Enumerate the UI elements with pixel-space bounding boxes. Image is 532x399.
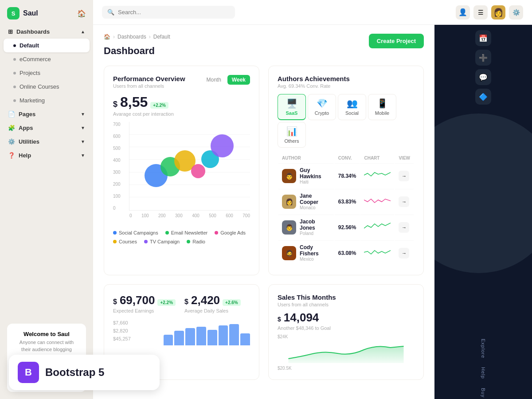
sales-title: Sales This Months <box>278 293 415 301</box>
bar <box>207 330 217 345</box>
chevron-down-icon: ▼ <box>81 112 85 117</box>
earnings-label: Expected Earnings <box>113 308 176 313</box>
sidebar-item-pages[interactable]: 📄 Pages ▼ <box>4 107 90 121</box>
author-avatar: 👨 <box>282 169 296 183</box>
tab-crypto[interactable]: 💎 Crypto <box>308 94 336 120</box>
explore-label[interactable]: Explore <box>481 339 486 358</box>
tab-month[interactable]: Month <box>202 75 226 85</box>
bubble-chart: 0100200300400500600700 <box>129 122 250 211</box>
create-project-button[interactable]: Create Project <box>369 34 424 48</box>
topbar-avatar-small[interactable]: 👤 <box>456 5 470 20</box>
sales-chart-area: $24K $20.5K <box>278 334 415 371</box>
col-view: VIEW <box>395 154 414 162</box>
sidebar-item-help[interactable]: ❓ Help ▼ <box>4 149 90 162</box>
authors-table: AUTHOR CONV. CHART VIEW � <box>278 153 415 266</box>
legend-social: Social Campaigns <box>113 230 158 235</box>
author-row: 👩 Jane Cooper Monaco 63.83% <box>278 189 414 214</box>
topbar-menu-icon[interactable]: ☰ <box>473 5 488 20</box>
bar <box>196 327 206 345</box>
bubble-radio <box>211 134 234 157</box>
nav-dot <box>13 58 16 61</box>
chevron-up-icon: ▲ <box>81 29 85 34</box>
author-info: 👨 Guy Hawkins Haiti <box>282 167 330 184</box>
tab-saas[interactable]: 🖥️ SaaS <box>278 94 306 120</box>
bar <box>240 333 250 345</box>
others-icon: 📊 <box>286 126 297 137</box>
rp-add-icon[interactable]: ➕ <box>475 50 491 66</box>
performance-card: Performance Overview Users from all chan… <box>104 66 259 275</box>
mini-chart-3 <box>364 221 391 232</box>
bar <box>164 335 173 345</box>
sales-month-card: Sales This Months Users from all channel… <box>268 284 424 380</box>
dashboard-grid: Performance Overview Users from all chan… <box>104 66 424 275</box>
search-bar[interactable]: 🔍 <box>102 6 235 19</box>
tab-mobile[interactable]: 📱 Mobile <box>368 94 396 120</box>
authors-title: Authors Achievements <box>278 75 350 82</box>
bar <box>229 324 239 345</box>
right-panel: 📅 ➕ 💬 🔷 Explore Help Buy now <box>434 25 532 399</box>
rp-chat-icon[interactable]: 💬 <box>475 69 491 85</box>
breadcrumb-dashboards[interactable]: Dashboards <box>117 34 146 40</box>
bar <box>219 325 228 345</box>
search-icon: 🔍 <box>107 9 114 16</box>
view-button-1[interactable]: → <box>399 171 409 181</box>
nav-dot <box>13 72 16 74</box>
tab-others[interactable]: 📊 Others <box>278 122 306 148</box>
chevron-down-icon: ▼ <box>81 139 85 144</box>
view-button-2[interactable]: → <box>399 196 409 207</box>
content-area: 🏠 › Dashboards › Default Dashboard Creat… <box>93 25 532 399</box>
legend-dot-google <box>215 231 218 235</box>
bubble-google <box>191 164 205 178</box>
legend-courses: Courses <box>113 239 137 244</box>
sidebar-item-online-courses[interactable]: Online Courses <box>4 80 90 94</box>
help-label[interactable]: Help <box>481 367 486 379</box>
sidebar-item-dashboards[interactable]: ⊞ Dashboards ▲ <box>4 25 90 39</box>
earnings-stat: $ 69,700 +2.2% Expected Earnings <box>113 293 176 313</box>
rp-code-icon[interactable]: 🔷 <box>475 89 491 105</box>
topbar-right: 👤 ☰ 👩 ⚙️ <box>456 5 523 20</box>
sidebar-item-ecommerce[interactable]: eCommerce <box>4 52 90 66</box>
breadcrumb: 🏠 › Dashboards › Default <box>104 34 170 40</box>
sales-value: $ 14,094 <box>278 311 415 325</box>
search-input[interactable] <box>118 9 230 16</box>
saas-icon: 🖥️ <box>286 98 297 109</box>
daily-sales-badge: +2.6% <box>223 299 241 306</box>
buy-now-label[interactable]: Buy now <box>481 388 486 399</box>
col-conv: CONV. <box>335 154 360 162</box>
performance-value: $ 8,55 +2.2% <box>113 94 250 110</box>
daily-sales-label: Average Daily Sales <box>184 308 241 313</box>
view-button-4[interactable]: → <box>399 248 409 258</box>
tab-social[interactable]: 👥 Social <box>338 94 366 120</box>
sidebar-item-utilities[interactable]: ⚙️ Utilities ▼ <box>4 135 90 149</box>
chevron-down-icon: ▼ <box>81 153 85 158</box>
breadcrumb-current: Default <box>153 34 170 40</box>
tab-week[interactable]: Week <box>227 75 250 85</box>
legend-dot-tv <box>144 240 148 243</box>
bar-chart <box>164 319 250 345</box>
topbar-avatar[interactable]: 👩 <box>491 5 505 20</box>
chevron-down-icon: ▼ <box>81 125 85 130</box>
app-logo: S <box>7 7 20 20</box>
view-button-3[interactable]: → <box>399 222 409 233</box>
legend-tv: TV Campaign <box>144 239 180 244</box>
performance-badge: +2.2% <box>150 102 168 109</box>
back-icon[interactable]: 🏠 <box>77 9 86 18</box>
sidebar-item-marketing[interactable]: Marketing <box>4 94 90 107</box>
rp-calendar-icon[interactable]: 📅 <box>475 30 491 46</box>
sidebar-item-default[interactable]: Default <box>4 39 90 52</box>
crypto-icon: 💎 <box>317 98 328 109</box>
welcome-sub: Anyone can connect with their audience b… <box>14 339 79 353</box>
col-chart: CHART <box>360 154 394 162</box>
authors-tabs: 🖥️ SaaS 💎 Crypto 👥 Social 📱 <box>278 94 415 148</box>
topbar-settings-icon[interactable]: ⚙️ <box>509 5 523 20</box>
sidebar-nav: ⊞ Dashboards ▲ Default eCommerce Project… <box>0 25 93 317</box>
author-avatar: 🧔 <box>282 246 296 260</box>
author-info: 🧔 Cody Fishers Mexico <box>282 244 330 262</box>
topbar: 🔍 👤 ☰ 👩 ⚙️ <box>93 0 532 25</box>
legend-dot-radio <box>187 240 190 243</box>
sidebar-item-projects[interactable]: Projects <box>4 66 90 80</box>
home-icon[interactable]: 🏠 <box>104 34 110 40</box>
mobile-icon: 📱 <box>377 98 388 109</box>
x-axis-labels: 0100200300400500600700 <box>129 213 250 218</box>
sidebar-item-apps[interactable]: 🧩 Apps ▼ <box>4 121 90 135</box>
